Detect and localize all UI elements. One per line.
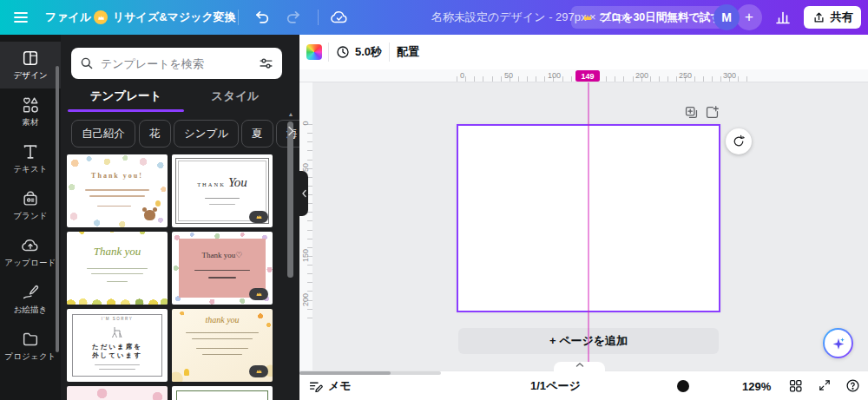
template-thumbnail-pink-floral-partial[interactable] — [67, 386, 168, 400]
sidebar-scrollbar[interactable] — [56, 66, 59, 352]
template-thumbnail-thank-you-bear[interactable]: Thank you! — [67, 154, 168, 227]
toolbar-divider — [389, 43, 390, 62]
zoom-slider[interactable] — [299, 371, 441, 375]
ruler-label: 50 — [504, 71, 513, 80]
ruler-label: 250 — [679, 71, 692, 80]
card-title: Thank you♡ — [172, 251, 273, 259]
file-menu-button[interactable]: ファイル — [45, 0, 91, 35]
clock-icon — [336, 45, 350, 59]
tab-templates[interactable]: テンプレート — [68, 89, 184, 104]
sidebar-item-label: 素材 — [22, 117, 38, 128]
background-color-swatch[interactable] — [306, 44, 322, 60]
guide-position-badge[interactable]: 149 — [575, 70, 600, 82]
notes-button[interactable]: メモ — [308, 371, 352, 400]
duplicate-page-button[interactable] — [684, 105, 699, 123]
filter-chip-flower[interactable]: 花 — [139, 120, 171, 148]
resize-magic-label: リサイズ&マジック変換 — [113, 10, 236, 25]
vertical-ruler[interactable]: 0 50 150 200 — [299, 82, 312, 370]
chevron-up-icon — [575, 362, 584, 368]
bear-art — [144, 210, 155, 220]
crown-icon — [255, 368, 263, 375]
resize-magic-button[interactable]: リサイズ&マジック変換 — [94, 0, 236, 35]
template-thumbnail-thank-you-pink[interactable]: Thank you♡ — [172, 232, 273, 305]
main-menu-button[interactable] — [12, 0, 30, 35]
sidebar-item-uploads[interactable]: アップロード — [0, 229, 61, 276]
sidebar-item-text[interactable]: テキスト — [0, 135, 61, 182]
sidebar-item-label: デザイン — [13, 70, 48, 82]
help-button[interactable] — [845, 378, 860, 397]
zoom-percent[interactable]: 129% — [742, 371, 771, 400]
sidebar-item-label: テキスト — [13, 164, 48, 175]
card-title-script: You — [228, 175, 247, 190]
filter-chip-summer[interactable]: 夏 — [241, 120, 273, 148]
search-input[interactable] — [101, 57, 252, 70]
grid-icon — [788, 378, 803, 393]
horizontal-ruler[interactable]: 0 50 100 200 250 300 149 — [299, 69, 868, 82]
undo-button[interactable] — [253, 0, 271, 35]
collapse-panel-button[interactable] — [299, 171, 308, 216]
tab-styles[interactable]: スタイル — [184, 89, 286, 104]
filter-sliders-icon[interactable] — [259, 56, 273, 71]
top-app-bar: ファイル リサイズ&マジック変換 名称未設定のデザイン - 297px × 21… — [0, 0, 868, 35]
sidebar-item-brand[interactable]: ブランド — [0, 182, 61, 229]
redo-button[interactable] — [285, 0, 302, 35]
file-menu-label: ファイル — [45, 10, 91, 25]
filter-chip-self-intro[interactable]: 自己紹介 — [71, 120, 135, 148]
grid-view-button[interactable] — [788, 378, 803, 397]
ruler-label: 0 — [460, 71, 464, 80]
position-button[interactable]: 配置 — [397, 35, 419, 69]
ruler-ticks — [307, 124, 312, 322]
card-title-line1: ただいま席を — [67, 343, 168, 351]
help-icon — [845, 378, 860, 393]
template-panel: テンプレート スタイル 自己紹介 花 シンプル 夏 海 Thank you! T… — [61, 35, 299, 400]
sidebar-item-label: アップロード — [4, 258, 56, 269]
sidebar-item-projects[interactable]: プロジェクト — [0, 323, 61, 370]
cloud-check-icon — [330, 8, 349, 27]
card-title: Thank you! — [67, 172, 168, 180]
duplicate-icon — [684, 105, 699, 120]
sidebar-item-draw[interactable]: お絵描き — [0, 276, 61, 323]
memo-icon — [308, 379, 323, 394]
template-thumbnail-thank-you-yellow[interactable]: Thank you — [67, 232, 168, 305]
insights-button[interactable] — [773, 8, 793, 27]
sidebar-item-elements[interactable]: 素材 — [0, 89, 61, 135]
add-page-icon-button[interactable] — [705, 105, 720, 123]
bar-chart-icon — [775, 10, 791, 25]
pro-trial-button[interactable]: プロを30日間無料で試す — [571, 6, 732, 29]
save-status-button[interactable] — [330, 0, 349, 35]
magic-assistant-button[interactable] — [823, 328, 853, 358]
filter-chip-simple[interactable]: シンプル — [174, 120, 239, 148]
ruler-label: 0 — [301, 117, 310, 129]
crown-icon — [255, 213, 263, 220]
collapse-bottom-tab[interactable] — [554, 362, 605, 373]
animation-duration-button[interactable]: 5.0秒 — [336, 35, 382, 69]
panel-scrollbar[interactable] — [287, 121, 293, 278]
avatar[interactable]: M — [713, 4, 740, 30]
sidebar-item-label: プロジェクト — [4, 351, 56, 363]
position-label: 配置 — [397, 44, 419, 60]
share-button[interactable]: 共有 — [804, 6, 861, 29]
template-thumbnail-thank-you-elegant[interactable]: THANKYou — [172, 154, 273, 227]
sidebar-item-design[interactable]: デザイン — [0, 42, 61, 89]
chip-scroll-right-icon[interactable] — [286, 125, 295, 141]
rotate-page-button[interactable] — [726, 128, 752, 154]
pro-badge — [249, 288, 268, 300]
add-member-button[interactable]: + — [736, 4, 762, 30]
panel-scroll-up-icon[interactable]: ▲ — [287, 111, 294, 117]
duration-value: 5.0秒 — [355, 44, 382, 60]
canvas-workspace[interactable]: + ページを追加 — [299, 82, 868, 370]
folder-icon — [21, 330, 40, 349]
template-thumbnail-thank-you-autumn[interactable]: thank you — [172, 309, 273, 382]
fullscreen-button[interactable] — [818, 378, 832, 396]
sidebar-item-label: お絵描き — [13, 305, 47, 316]
ruler-label: 150 — [301, 250, 310, 262]
template-thumbnail-green-frame-partial[interactable] — [172, 386, 273, 400]
upload-cloud-icon — [21, 236, 40, 255]
card-title: THANK — [197, 181, 226, 187]
brand-kit-icon — [21, 189, 40, 208]
design-icon — [21, 49, 40, 68]
share-label: 共有 — [831, 10, 853, 25]
guide-line[interactable] — [588, 82, 589, 363]
zoom-slider-knob[interactable] — [677, 380, 689, 392]
template-thumbnail-away-message[interactable]: I'M SORRY ただいま席を 外しています — [67, 309, 168, 382]
